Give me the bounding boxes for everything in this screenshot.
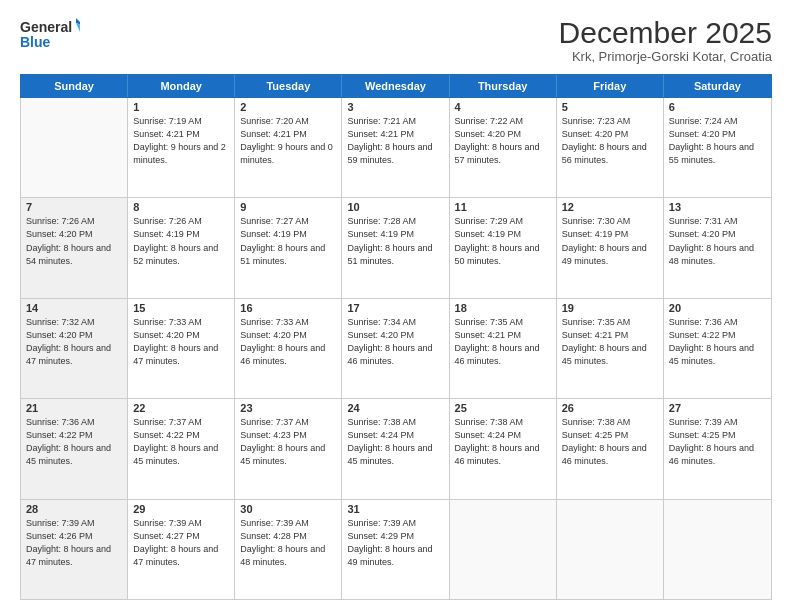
logo-svg: General Blue bbox=[20, 16, 80, 52]
cell-info: Sunrise: 7:27 AMSunset: 4:19 PMDaylight:… bbox=[240, 215, 336, 267]
cell-info: Sunrise: 7:23 AMSunset: 4:20 PMDaylight:… bbox=[562, 115, 658, 167]
calendar-cell: 26Sunrise: 7:38 AMSunset: 4:25 PMDayligh… bbox=[557, 399, 664, 498]
day-number: 6 bbox=[669, 101, 766, 113]
calendar-cell: 12Sunrise: 7:30 AMSunset: 4:19 PMDayligh… bbox=[557, 198, 664, 297]
day-number: 13 bbox=[669, 201, 766, 213]
calendar-cell: 25Sunrise: 7:38 AMSunset: 4:24 PMDayligh… bbox=[450, 399, 557, 498]
cell-info: Sunrise: 7:38 AMSunset: 4:25 PMDaylight:… bbox=[562, 416, 658, 468]
cell-info: Sunrise: 7:39 AMSunset: 4:26 PMDaylight:… bbox=[26, 517, 122, 569]
cell-info: Sunrise: 7:36 AMSunset: 4:22 PMDaylight:… bbox=[26, 416, 122, 468]
calendar: SundayMondayTuesdayWednesdayThursdayFrid… bbox=[20, 74, 772, 600]
cell-info: Sunrise: 7:26 AMSunset: 4:19 PMDaylight:… bbox=[133, 215, 229, 267]
calendar-week: 1Sunrise: 7:19 AMSunset: 4:21 PMDaylight… bbox=[21, 98, 771, 198]
logo: General Blue bbox=[20, 16, 80, 52]
calendar-week: 14Sunrise: 7:32 AMSunset: 4:20 PMDayligh… bbox=[21, 299, 771, 399]
day-number: 8 bbox=[133, 201, 229, 213]
calendar-cell: 28Sunrise: 7:39 AMSunset: 4:26 PMDayligh… bbox=[21, 500, 128, 599]
day-number: 15 bbox=[133, 302, 229, 314]
calendar-cell: 1Sunrise: 7:19 AMSunset: 4:21 PMDaylight… bbox=[128, 98, 235, 197]
cell-info: Sunrise: 7:29 AMSunset: 4:19 PMDaylight:… bbox=[455, 215, 551, 267]
day-number: 24 bbox=[347, 402, 443, 414]
subtitle: Krk, Primorje-Gorski Kotar, Croatia bbox=[559, 49, 772, 64]
cell-info: Sunrise: 7:38 AMSunset: 4:24 PMDaylight:… bbox=[347, 416, 443, 468]
calendar-cell: 29Sunrise: 7:39 AMSunset: 4:27 PMDayligh… bbox=[128, 500, 235, 599]
calendar-cell: 14Sunrise: 7:32 AMSunset: 4:20 PMDayligh… bbox=[21, 299, 128, 398]
cell-info: Sunrise: 7:21 AMSunset: 4:21 PMDaylight:… bbox=[347, 115, 443, 167]
calendar-header-row: SundayMondayTuesdayWednesdayThursdayFrid… bbox=[20, 74, 772, 98]
calendar-body: 1Sunrise: 7:19 AMSunset: 4:21 PMDaylight… bbox=[20, 98, 772, 600]
cell-info: Sunrise: 7:36 AMSunset: 4:22 PMDaylight:… bbox=[669, 316, 766, 368]
calendar-cell: 27Sunrise: 7:39 AMSunset: 4:25 PMDayligh… bbox=[664, 399, 771, 498]
calendar-week: 7Sunrise: 7:26 AMSunset: 4:20 PMDaylight… bbox=[21, 198, 771, 298]
cell-info: Sunrise: 7:35 AMSunset: 4:21 PMDaylight:… bbox=[562, 316, 658, 368]
calendar-week: 21Sunrise: 7:36 AMSunset: 4:22 PMDayligh… bbox=[21, 399, 771, 499]
calendar-cell bbox=[450, 500, 557, 599]
calendar-cell: 11Sunrise: 7:29 AMSunset: 4:19 PMDayligh… bbox=[450, 198, 557, 297]
calendar-cell: 15Sunrise: 7:33 AMSunset: 4:20 PMDayligh… bbox=[128, 299, 235, 398]
cell-info: Sunrise: 7:39 AMSunset: 4:29 PMDaylight:… bbox=[347, 517, 443, 569]
calendar-cell: 17Sunrise: 7:34 AMSunset: 4:20 PMDayligh… bbox=[342, 299, 449, 398]
calendar-cell: 10Sunrise: 7:28 AMSunset: 4:19 PMDayligh… bbox=[342, 198, 449, 297]
svg-marker-3 bbox=[76, 23, 80, 32]
day-number: 3 bbox=[347, 101, 443, 113]
day-number: 30 bbox=[240, 503, 336, 515]
day-number: 25 bbox=[455, 402, 551, 414]
day-number: 22 bbox=[133, 402, 229, 414]
calendar-cell: 4Sunrise: 7:22 AMSunset: 4:20 PMDaylight… bbox=[450, 98, 557, 197]
cell-info: Sunrise: 7:39 AMSunset: 4:25 PMDaylight:… bbox=[669, 416, 766, 468]
calendar-cell: 21Sunrise: 7:36 AMSunset: 4:22 PMDayligh… bbox=[21, 399, 128, 498]
calendar-cell: 31Sunrise: 7:39 AMSunset: 4:29 PMDayligh… bbox=[342, 500, 449, 599]
day-number: 18 bbox=[455, 302, 551, 314]
day-number: 10 bbox=[347, 201, 443, 213]
cell-info: Sunrise: 7:30 AMSunset: 4:19 PMDaylight:… bbox=[562, 215, 658, 267]
cell-info: Sunrise: 7:33 AMSunset: 4:20 PMDaylight:… bbox=[133, 316, 229, 368]
day-number: 2 bbox=[240, 101, 336, 113]
day-number: 16 bbox=[240, 302, 336, 314]
calendar-cell: 23Sunrise: 7:37 AMSunset: 4:23 PMDayligh… bbox=[235, 399, 342, 498]
cell-info: Sunrise: 7:19 AMSunset: 4:21 PMDaylight:… bbox=[133, 115, 229, 167]
day-number: 29 bbox=[133, 503, 229, 515]
cell-info: Sunrise: 7:28 AMSunset: 4:19 PMDaylight:… bbox=[347, 215, 443, 267]
cell-info: Sunrise: 7:32 AMSunset: 4:20 PMDaylight:… bbox=[26, 316, 122, 368]
cell-info: Sunrise: 7:33 AMSunset: 4:20 PMDaylight:… bbox=[240, 316, 336, 368]
calendar-cell: 30Sunrise: 7:39 AMSunset: 4:28 PMDayligh… bbox=[235, 500, 342, 599]
cell-info: Sunrise: 7:31 AMSunset: 4:20 PMDaylight:… bbox=[669, 215, 766, 267]
calendar-header-cell: Friday bbox=[557, 75, 664, 97]
cell-info: Sunrise: 7:24 AMSunset: 4:20 PMDaylight:… bbox=[669, 115, 766, 167]
calendar-header-cell: Sunday bbox=[21, 75, 128, 97]
day-number: 7 bbox=[26, 201, 122, 213]
calendar-cell: 2Sunrise: 7:20 AMSunset: 4:21 PMDaylight… bbox=[235, 98, 342, 197]
cell-info: Sunrise: 7:37 AMSunset: 4:23 PMDaylight:… bbox=[240, 416, 336, 468]
cell-info: Sunrise: 7:37 AMSunset: 4:22 PMDaylight:… bbox=[133, 416, 229, 468]
day-number: 28 bbox=[26, 503, 122, 515]
cell-info: Sunrise: 7:39 AMSunset: 4:28 PMDaylight:… bbox=[240, 517, 336, 569]
calendar-cell: 16Sunrise: 7:33 AMSunset: 4:20 PMDayligh… bbox=[235, 299, 342, 398]
day-number: 31 bbox=[347, 503, 443, 515]
title-block: December 2025 Krk, Primorje-Gorski Kotar… bbox=[559, 16, 772, 64]
calendar-cell bbox=[21, 98, 128, 197]
calendar-cell: 9Sunrise: 7:27 AMSunset: 4:19 PMDaylight… bbox=[235, 198, 342, 297]
cell-info: Sunrise: 7:39 AMSunset: 4:27 PMDaylight:… bbox=[133, 517, 229, 569]
day-number: 14 bbox=[26, 302, 122, 314]
day-number: 23 bbox=[240, 402, 336, 414]
calendar-cell: 20Sunrise: 7:36 AMSunset: 4:22 PMDayligh… bbox=[664, 299, 771, 398]
calendar-header-cell: Thursday bbox=[450, 75, 557, 97]
calendar-cell: 6Sunrise: 7:24 AMSunset: 4:20 PMDaylight… bbox=[664, 98, 771, 197]
day-number: 5 bbox=[562, 101, 658, 113]
calendar-cell: 3Sunrise: 7:21 AMSunset: 4:21 PMDaylight… bbox=[342, 98, 449, 197]
calendar-cell: 13Sunrise: 7:31 AMSunset: 4:20 PMDayligh… bbox=[664, 198, 771, 297]
day-number: 12 bbox=[562, 201, 658, 213]
cell-info: Sunrise: 7:26 AMSunset: 4:20 PMDaylight:… bbox=[26, 215, 122, 267]
page: General Blue December 2025 Krk, Primorje… bbox=[0, 0, 792, 612]
cell-info: Sunrise: 7:22 AMSunset: 4:20 PMDaylight:… bbox=[455, 115, 551, 167]
calendar-cell: 5Sunrise: 7:23 AMSunset: 4:20 PMDaylight… bbox=[557, 98, 664, 197]
day-number: 17 bbox=[347, 302, 443, 314]
calendar-week: 28Sunrise: 7:39 AMSunset: 4:26 PMDayligh… bbox=[21, 500, 771, 599]
day-number: 11 bbox=[455, 201, 551, 213]
calendar-cell: 24Sunrise: 7:38 AMSunset: 4:24 PMDayligh… bbox=[342, 399, 449, 498]
header: General Blue December 2025 Krk, Primorje… bbox=[20, 16, 772, 64]
calendar-cell: 8Sunrise: 7:26 AMSunset: 4:19 PMDaylight… bbox=[128, 198, 235, 297]
day-number: 27 bbox=[669, 402, 766, 414]
calendar-cell bbox=[664, 500, 771, 599]
calendar-cell bbox=[557, 500, 664, 599]
